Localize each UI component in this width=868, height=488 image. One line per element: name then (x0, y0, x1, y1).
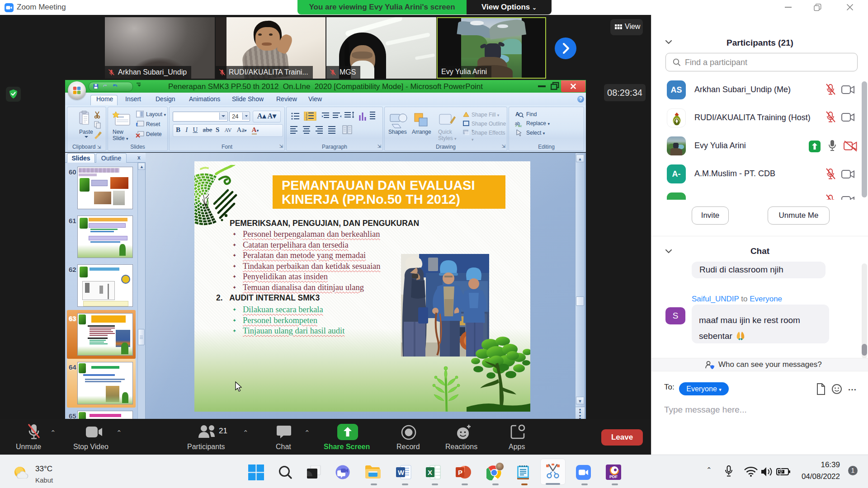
svg-text:3: 3 (306, 117, 307, 121)
svg-text:PDF: PDF (609, 474, 618, 479)
svg-text:✓ac: ✓ac (515, 124, 522, 127)
svg-text:W: W (398, 469, 405, 476)
svg-text:X: X (428, 469, 432, 476)
svg-text:P: P (458, 469, 462, 476)
